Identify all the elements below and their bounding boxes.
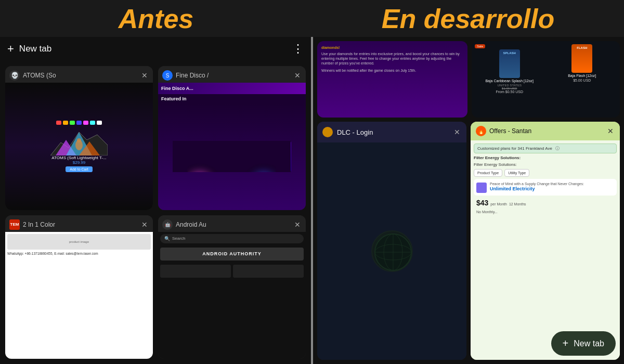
favicon-fine-disco: S (162, 70, 173, 81)
right-panel: diamonds! Use your diamonds for entries … (313, 37, 624, 364)
dlc-globe-icon (371, 230, 413, 272)
close-fine-disco[interactable]: ✕ (293, 71, 302, 80)
screenshot-android: 🔍 Search ANDROID AUTHORITY (158, 232, 306, 359)
favicon-android: 🤖 (162, 219, 173, 230)
offers-address-bar: Customized plans for 341 Frankland Ave ⓘ (474, 144, 617, 153)
left-panel: + New tab ⋮ 💀 ATOMS (So ✕ (0, 37, 311, 364)
utility-type-btn[interactable]: Utility Type (504, 169, 529, 177)
favicon-atoms: 💀 (9, 70, 20, 81)
offers-favicon: 🔥 (476, 126, 486, 136)
dlc-title: DLC - Login (337, 128, 449, 136)
product-price-new-1: From $0.50 USD (496, 90, 523, 94)
diamonds-body: Use your diamonds for entries into exclu… (321, 51, 463, 66)
offers-address-text: Customized plans for 341 Frankland Ave (477, 146, 552, 151)
android-search-bar: 🔍 Search (160, 234, 304, 243)
favicon-2in1color: TEM (9, 219, 20, 230)
menu-dots-icon[interactable]: ⋮ (292, 42, 304, 56)
atoms-buy-btn[interactable]: Add to Cart (66, 166, 92, 172)
android-search-icon: 🔍 (164, 236, 170, 241)
dlc-header: — DLC - Login ✕ (317, 122, 466, 142)
tab-header-fine-disco: S Fine Disco / ✕ (158, 66, 306, 83)
top-bar: + New tab ⋮ (0, 37, 311, 61)
offers-price: $43 (476, 199, 488, 207)
right-top-row: diamonds! Use your diamonds for entries … (313, 37, 624, 118)
offers-filter-sub: Filter Energy Solutions: (474, 162, 617, 167)
new-tab-plus-icon: + (563, 337, 569, 349)
offers-price-unit: per Month (490, 202, 507, 206)
atoms-product-title: ATOMS (Soft Lightweight T-... (51, 155, 106, 160)
header-row: Antes En desarrollo (0, 0, 624, 37)
product-name-2: Baja Flash [12oz] (568, 74, 596, 78)
tab-title-fine-disco: Fine Disco / (176, 72, 290, 79)
color-header-image: product image (7, 234, 151, 250)
offers-filter-row: Product Type Utility Type (474, 169, 617, 177)
svg-point-6 (77, 138, 81, 142)
offers-product-color-swatch (476, 183, 487, 193)
splash-products-row: Sale SPLASH Baja Caribbean Splash [12oz]… (475, 44, 617, 114)
close-2in1color[interactable]: ✕ (140, 220, 149, 229)
diamonds-footer: Winners will be notified after the game … (321, 68, 463, 73)
diamond-card: diamonds! Use your diamonds for entries … (317, 41, 467, 118)
offers-product-text: Peace of Mind with a Supply Change that … (490, 181, 614, 191)
android-authority-text: ANDROID AUTHORITY (202, 251, 262, 256)
offers-product-desc: Peace of Mind with a Supply Change that … (490, 181, 614, 186)
offers-filter-label: Filter Energy Solutions: (474, 155, 617, 160)
tab-card-2in1color[interactable]: TEM 2 In 1 Color ✕ product image WhatsAp… (5, 215, 153, 359)
dlc-body (317, 142, 466, 360)
product-type-btn[interactable]: Product Type (474, 169, 502, 177)
disco-featured-label: Featured In (158, 94, 306, 103)
disco-image-inner (173, 141, 291, 172)
dlc-card[interactable]: — DLC - Login ✕ (317, 122, 466, 360)
tab-title-2in1color: 2 In 1 Color (23, 221, 137, 228)
offers-card[interactable]: 🔥 Offers - Santan ✕ Customized plans for… (471, 122, 620, 360)
tab-card-atoms[interactable]: 💀 ATOMS (So ✕ (5, 66, 153, 210)
splash-product-2: FLASH Baja Flash [12oz] $5.00 USD (548, 44, 617, 114)
offers-info-icon: ⓘ (555, 146, 560, 151)
offers-months: 12 Months (509, 202, 526, 206)
close-dlc[interactable]: ✕ (453, 128, 461, 136)
new-tab-icon[interactable]: + (7, 42, 14, 56)
antes-label: Antes (0, 4, 312, 34)
android-content-block-2 (233, 265, 304, 278)
offers-header: 🔥 Offers - Santan ✕ (471, 122, 620, 140)
new-tab-label: New tab (574, 339, 604, 348)
splash-card: Sale SPLASH Baja Caribbean Splash [12oz]… (472, 41, 620, 118)
sale-badge-1: Sale (475, 44, 485, 48)
diamonds-title: diamonds! (321, 45, 463, 50)
new-tab-label: New tab (19, 44, 287, 54)
android-content-block-1 (160, 265, 231, 278)
android-content-row (158, 263, 306, 280)
globe-svg (372, 231, 414, 273)
offers-product-row: Peace of Mind with a Supply Change that … (474, 179, 617, 196)
tab-header-android: 🤖 Android Au ✕ (158, 215, 306, 232)
disco-banner: Fine Disco A... (158, 83, 306, 94)
splash-product-1: Sale SPLASH Baja Caribbean Splash [12oz]… (475, 44, 544, 114)
tab-card-fine-disco[interactable]: S Fine Disco / ✕ Fine Disco A... Feature… (158, 66, 306, 210)
can-1: SPLASH (499, 49, 520, 78)
close-android[interactable]: ✕ (293, 220, 302, 229)
dlc-favicon: — (322, 127, 333, 137)
tab-title-atoms: ATOMS (So (23, 72, 137, 79)
offers-product-name: Unlimited Electricity (490, 186, 614, 191)
atoms-colorbar (56, 121, 102, 125)
offers-title: Offers - Santan (489, 127, 603, 135)
en-desarrollo-label: En desarrollo (312, 4, 624, 34)
atoms-mountain-svg (50, 127, 108, 155)
android-search-text: Search (172, 236, 185, 241)
close-atoms[interactable]: ✕ (140, 71, 149, 80)
tab-card-android[interactable]: 🤖 Android Au ✕ 🔍 Search ANDROID AUTHORIT… (158, 215, 306, 359)
screenshot-fine-disco: Fine Disco A... Featured In (158, 83, 306, 210)
new-tab-button[interactable]: + New tab (551, 331, 616, 356)
close-offers[interactable]: ✕ (606, 127, 615, 135)
offers-body: Customized plans for 341 Frankland Ave ⓘ… (471, 140, 620, 360)
tab-header-atoms: 💀 ATOMS (So ✕ (5, 66, 153, 83)
screenshot-atoms: ATOMS (Soft Lightweight T-... $29.99 Add… (5, 83, 153, 210)
android-logo: ANDROID AUTHORITY (160, 248, 304, 261)
diamond-text: diamonds! Use your diamonds for entries … (321, 45, 463, 72)
right-bottom-row: — DLC - Login ✕ (313, 118, 624, 364)
screenshot-2in1color: product image WhatsApp: +86-13718860455,… (5, 232, 153, 359)
main-panels: + New tab ⋮ 💀 ATOMS (So ✕ (0, 37, 624, 364)
product-price-2: $5.00 USD (573, 79, 591, 82)
tab-grid: 💀 ATOMS (So ✕ (0, 61, 311, 364)
offers-price-row: $43 per Month 12 Months (474, 198, 617, 208)
